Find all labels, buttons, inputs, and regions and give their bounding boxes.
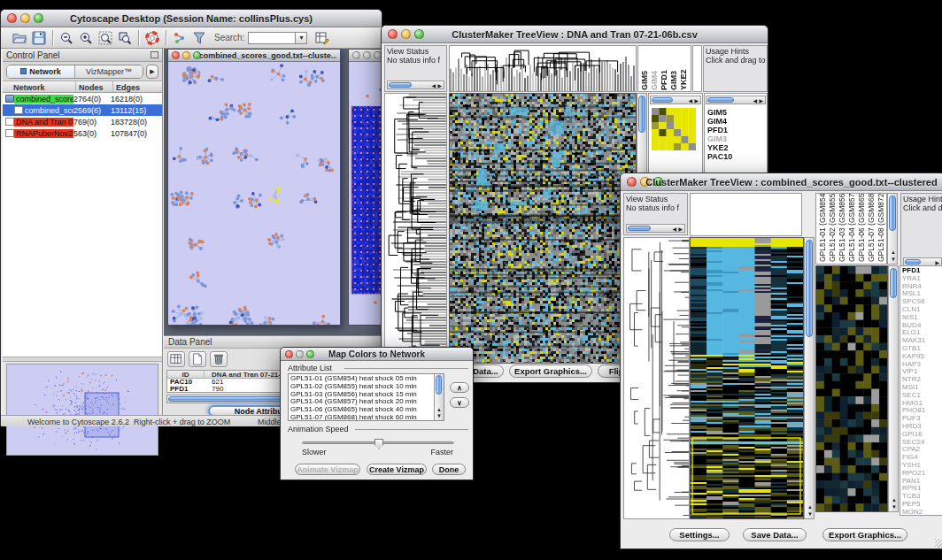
zoom-fit-icon[interactable] bbox=[96, 29, 115, 47]
treeview1-title-bar[interactable]: ClusterMaker TreeView : DNA and Tran 07-… bbox=[382, 26, 768, 43]
gene-label[interactable]: YKE2 bbox=[707, 143, 732, 152]
gene-label[interactable]: KAP95 bbox=[902, 353, 925, 361]
close-button[interactable] bbox=[352, 51, 360, 59]
network-canvas[interactable] bbox=[168, 62, 340, 325]
float-panel-icon[interactable] bbox=[151, 51, 158, 58]
new-document-icon[interactable] bbox=[189, 351, 206, 367]
network-window-title-bar[interactable]: combined_scores_good.txt--cluste... bbox=[168, 50, 340, 62]
slider-thumb[interactable] bbox=[374, 439, 383, 449]
done-button[interactable]: Done bbox=[432, 464, 466, 475]
gene-label[interactable]: MSL1 bbox=[902, 290, 925, 298]
gene-label[interactable]: HAP3 bbox=[902, 361, 925, 369]
save-data-button[interactable]: Save Data... bbox=[743, 528, 807, 541]
trash-icon[interactable] bbox=[210, 351, 228, 367]
table-icon[interactable] bbox=[167, 351, 185, 367]
column-label[interactable]: PAC10 bbox=[689, 55, 691, 90]
save-icon[interactable] bbox=[29, 29, 49, 47]
gene-label[interactable]: SEC24 bbox=[902, 439, 925, 447]
close-button[interactable] bbox=[388, 29, 398, 39]
zoom-heatmap-panel[interactable] bbox=[815, 265, 888, 512]
zoom-selected-icon[interactable] bbox=[115, 29, 135, 47]
gene-label[interactable]: NIS1 bbox=[902, 314, 925, 322]
network-view-window[interactable]: combined_scores_good.txt--cluste... bbox=[167, 49, 341, 326]
heatmap-panel[interactable] bbox=[690, 237, 804, 519]
gene-label[interactable]: HRD3 bbox=[902, 423, 925, 431]
column-label[interactable]: YKE2 bbox=[679, 55, 688, 90]
gene-label[interactable]: PUF3 bbox=[902, 415, 925, 423]
gene-label[interactable]: PHO81 bbox=[902, 407, 925, 415]
main-title-bar[interactable]: Cytoscape Desktop (Session Name: collins… bbox=[1, 10, 382, 27]
gene-label[interactable]: CLN1 bbox=[902, 306, 925, 314]
background-window-title-bar[interactable] bbox=[349, 50, 382, 62]
tab-vizmapper[interactable]: VizMapper™ bbox=[75, 65, 143, 78]
search-input[interactable] bbox=[248, 32, 296, 44]
birdseye-canvas[interactable] bbox=[7, 364, 158, 455]
gene-label[interactable]: FIG4 bbox=[902, 454, 925, 462]
close-button[interactable] bbox=[7, 13, 17, 23]
zoom-out-icon[interactable] bbox=[57, 29, 76, 47]
gene-label[interactable]: RPO21 bbox=[902, 470, 925, 478]
animate-vizmap-button[interactable]: Animate Vizmap bbox=[295, 464, 360, 475]
row-dendrogram-canvas[interactable] bbox=[624, 238, 689, 518]
gene-label[interactable]: PFD1 bbox=[902, 267, 925, 275]
minimize-button[interactable] bbox=[363, 51, 371, 59]
attribute-list-item[interactable]: GPL51-07 (GSM868) heat shock 60 min bbox=[290, 414, 432, 421]
move-up-button[interactable]: ∧ bbox=[450, 382, 469, 393]
vertical-scrollbar[interactable]: ▲▼ bbox=[887, 193, 898, 265]
gene-label[interactable]: GIM4 bbox=[707, 117, 732, 126]
create-vizmap-button[interactable]: Create Vizmap bbox=[367, 464, 427, 475]
heatmap-panel[interactable] bbox=[449, 93, 637, 364]
row-dendrogram-panel[interactable] bbox=[384, 93, 447, 364]
horizontal-scrollbar[interactable]: ◀▶ bbox=[650, 96, 701, 104]
gene-label[interactable]: NTR2 bbox=[902, 376, 925, 384]
row-dendrogram-panel[interactable] bbox=[623, 237, 690, 519]
open-icon[interactable] bbox=[10, 29, 29, 47]
gene-label[interactable]: MAK31 bbox=[902, 337, 925, 345]
gene-label[interactable]: SPC98 bbox=[902, 298, 925, 306]
gene-label[interactable]: PAC10 bbox=[707, 152, 732, 161]
gene-label[interactable]: GPI16 bbox=[902, 431, 925, 439]
network-tree-row[interactable]: combined_sco2569(6)13112(15) bbox=[3, 104, 162, 116]
attribute-browser-icon[interactable] bbox=[313, 29, 332, 47]
gene-label[interactable]: CPA2 bbox=[902, 446, 925, 454]
minimize-button[interactable] bbox=[182, 51, 190, 59]
export-graphics-button[interactable]: Export Graphics... bbox=[822, 528, 907, 541]
column-dendrogram-canvas[interactable] bbox=[450, 46, 636, 91]
zoom-heatmap-canvas[interactable] bbox=[816, 266, 887, 511]
summary-matrix-canvas[interactable] bbox=[652, 108, 696, 150]
tabs-overflow-button[interactable]: ▶ bbox=[146, 65, 158, 79]
column-label[interactable]: PFD1 bbox=[660, 55, 668, 90]
gene-label[interactable]: BUD4 bbox=[902, 322, 925, 330]
gene-label[interactable]: YRA1 bbox=[902, 275, 925, 283]
gene-label[interactable]: YSH1 bbox=[902, 462, 925, 470]
column-label[interactable]: GPL51-01 (GSM854) bbox=[818, 194, 827, 262]
settings-button[interactable]: Settings... bbox=[669, 528, 730, 541]
network-tree-row[interactable]: combined_scores2764(0)16218(0) bbox=[3, 93, 162, 104]
column-label[interactable]: GIM3 bbox=[669, 55, 678, 90]
help-ring-icon[interactable] bbox=[143, 29, 162, 47]
gene-label[interactable]: TCB3 bbox=[902, 493, 925, 501]
filter-icon[interactable] bbox=[189, 29, 209, 47]
horizontal-scrollbar[interactable]: ◀▶ bbox=[387, 81, 444, 89]
network-tree-row[interactable]: DNA and Tran 07769(0)183728(0) bbox=[3, 116, 162, 127]
network-canvas-background[interactable] bbox=[349, 62, 382, 325]
close-button[interactable] bbox=[285, 350, 293, 358]
vertical-scrollbar[interactable]: ▲▼ bbox=[804, 237, 815, 519]
column-label[interactable]: GPL51-02 (GSM855) bbox=[828, 194, 837, 262]
vertical-scrollbar[interactable]: ▲▼ bbox=[434, 374, 444, 420]
gene-label[interactable]: RNR4 bbox=[902, 283, 925, 291]
row-dendrogram-canvas[interactable] bbox=[385, 94, 446, 363]
network-view-window-background[interactable] bbox=[348, 49, 382, 326]
network-birdseye-icon[interactable] bbox=[170, 29, 189, 47]
gene-label[interactable]: GIM5 bbox=[707, 108, 732, 117]
column-label[interactable]: GIM5 bbox=[640, 55, 649, 90]
zoom-in-icon[interactable] bbox=[76, 29, 96, 47]
heatmap-canvas[interactable] bbox=[450, 94, 636, 363]
column-label[interactable]: GPL51-04 (GSM857) bbox=[847, 194, 856, 262]
attribute-list[interactable]: GPL51-01 (GSM854) heat shock 05 minGPL51… bbox=[288, 373, 444, 421]
tab-network[interactable]: Network bbox=[7, 65, 75, 78]
gene-label[interactable]: VIP1 bbox=[902, 368, 925, 376]
animation-speed-slider[interactable] bbox=[302, 441, 454, 444]
gene-label[interactable]: PFD1 bbox=[707, 126, 732, 134]
resize-grip[interactable] bbox=[935, 539, 942, 548]
